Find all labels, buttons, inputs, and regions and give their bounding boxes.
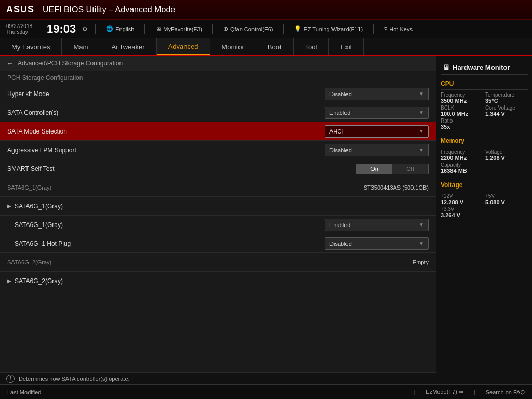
chevron-down-icon: ▼ xyxy=(419,222,424,228)
v33-label: +3.3V xyxy=(441,206,483,212)
smart-self-test-label: SMART Self Test xyxy=(7,165,356,172)
sata-mode-dropdown[interactable]: AHCI ▼ xyxy=(325,125,429,138)
sata6g-1-sub-label: SATA6G_1(Gray) xyxy=(15,221,325,229)
hyper-kit-mode-dropdown[interactable]: Disabled ▼ xyxy=(325,88,429,100)
nav-tabs: My Favorites Main Ai Tweaker Advanced Mo… xyxy=(0,38,532,56)
tab-monitor[interactable]: Monitor xyxy=(210,38,256,55)
eztuning-label: EZ Tuning Wizard(F11) xyxy=(303,26,363,32)
cpu-freq-label: Frequency xyxy=(441,92,483,98)
language-label: English xyxy=(115,26,134,32)
config-list: Hyper kit Mode Disabled ▼ SATA Controlle… xyxy=(0,85,436,372)
tab-aitweaker[interactable]: Ai Tweaker xyxy=(100,38,157,55)
hyper-kit-mode-row: Hyper kit Mode Disabled ▼ xyxy=(0,85,436,103)
sata6g-2-expand-row[interactable]: ▶ SATA6G_2(Gray) xyxy=(0,272,436,290)
mem-freq-label: Frequency xyxy=(441,149,483,155)
cpu-bclk-value: 100.0 MHz xyxy=(441,111,483,117)
cpu-corev-label: Core Voltage xyxy=(485,105,528,111)
toggle-off-option[interactable]: Off xyxy=(392,164,428,174)
sata-mode-row[interactable]: SATA Mode Selection AHCI ▼ xyxy=(0,122,436,141)
toggle-on-option[interactable]: On xyxy=(356,164,392,174)
sata6g-1-expand-row[interactable]: ▶ SATA6G_1(Gray) xyxy=(0,197,436,216)
cpu-ratio-value: 35x xyxy=(441,124,483,130)
sata6g-2-info-value: Empty xyxy=(413,259,429,265)
monitor-icon: 🖥 xyxy=(443,63,449,71)
back-button[interactable]: ← xyxy=(6,59,14,68)
cpu-temp-value: 35°C xyxy=(485,98,528,104)
cpu-corev-value: 1.344 V xyxy=(485,111,528,117)
search-faq-button[interactable]: Search on FAQ xyxy=(486,389,525,395)
chevron-down-icon: ▼ xyxy=(419,128,424,134)
memory-section-title: Memory xyxy=(441,135,528,147)
language-selector[interactable]: 🌐 English xyxy=(103,24,137,33)
sata6g-1-info-row: SATA6G_1(Gray) ST3500413AS (500.1GB) xyxy=(0,178,436,197)
sata-controllers-label: SATA Controller(s) xyxy=(7,109,325,116)
chevron-down-icon: ▼ xyxy=(419,241,424,246)
sata6g-1-info-label: SATA6G_1(Gray) xyxy=(7,184,364,191)
memory-grid: Frequency 2200 MHz Voltage 1.208 V Capac… xyxy=(441,149,528,174)
voltage-section-title: Voltage xyxy=(441,179,528,191)
sata6g-1-hotplug-dropdown[interactable]: Disabled ▼ xyxy=(325,237,429,250)
sata-mode-label: SATA Mode Selection xyxy=(7,128,325,135)
qfan-icon: ⊕ xyxy=(223,25,228,32)
sata6g-1-info-value: ST3500413AS (500.1GB) xyxy=(364,184,429,191)
settings-gear-icon[interactable]: ⚙ xyxy=(82,25,88,33)
sata-controllers-dropdown[interactable]: Enabled ▼ xyxy=(325,107,429,119)
expand-arrow-icon: ▶ xyxy=(7,203,11,209)
sata6g-1-sub-row: SATA6G_1(Gray) Enabled ▼ xyxy=(0,216,436,234)
chevron-down-icon: ▼ xyxy=(419,91,424,97)
cpu-temp-label: Temperature xyxy=(485,92,528,98)
tab-tool[interactable]: Tool xyxy=(294,38,329,55)
breadcrumb: ← Advanced\PCH Storage Configuration xyxy=(0,56,436,71)
hyper-kit-mode-label: Hyper kit Mode xyxy=(7,90,325,98)
divider xyxy=(144,24,145,34)
v5-value: 5.080 V xyxy=(485,199,528,205)
v12-value: 12.288 V xyxy=(441,199,483,205)
tab-main[interactable]: Main xyxy=(62,38,100,55)
qfan-button[interactable]: ⊕ Qfan Control(F6) xyxy=(220,24,276,33)
hotkeys-button[interactable]: ? Hot Keys xyxy=(381,25,416,33)
header: ASUS UEFI BIOS Utility – Advanced Mode xyxy=(0,0,532,20)
topbar: 09/27/2018 Thursday 19:03 ⚙ 🌐 English 🖥 … xyxy=(0,20,532,38)
eztuning-button[interactable]: 💡 EZ Tuning Wizard(F11) xyxy=(291,24,366,33)
tab-boot[interactable]: Boot xyxy=(256,38,294,55)
divider xyxy=(95,24,96,34)
divider xyxy=(212,24,213,34)
divider xyxy=(283,24,284,34)
smart-self-test-toggle[interactable]: On Off xyxy=(356,164,429,174)
globe-icon: 🌐 xyxy=(106,25,113,32)
sata6g-1-sub-dropdown[interactable]: Enabled ▼ xyxy=(325,219,429,231)
status-text: Determines how SATA controller(s) operat… xyxy=(19,376,130,382)
status-bar: i Determines how SATA controller(s) oper… xyxy=(0,372,436,384)
v12-label: +12V xyxy=(441,193,483,199)
smart-self-test-row: SMART Self Test On Off xyxy=(0,159,436,178)
eztuning-icon: 💡 xyxy=(294,25,301,32)
footer-right: | EzMode(F7) ⇒ | Search on FAQ xyxy=(414,389,525,395)
mem-capacity-label: Capacity xyxy=(441,162,528,168)
sata6g-2-info-label: SATA6G_2(Gray) xyxy=(7,259,413,265)
main-layout: ← Advanced\PCH Storage Configuration PCH… xyxy=(0,56,532,384)
bios-title: UEFI BIOS Utility – Advanced Mode xyxy=(43,5,175,15)
hw-monitor-title: 🖥 Hardware Monitor xyxy=(441,60,528,75)
tab-advanced[interactable]: Advanced xyxy=(157,38,210,55)
hardware-monitor-sidebar: 🖥 Hardware Monitor CPU Frequency 3500 MH… xyxy=(436,56,532,384)
info-icon: i xyxy=(6,375,15,383)
hotkeys-label: Hot Keys xyxy=(389,26,413,32)
myfavorite-button[interactable]: 🖥 MyFavorite(F3) xyxy=(152,25,205,33)
hotkeys-icon: ? xyxy=(384,26,387,32)
ezmode-arrow-icon: ⇒ xyxy=(459,389,463,395)
sata6g-2-expand-label: SATA6G_2(Gray) xyxy=(15,277,429,285)
tab-exit[interactable]: Exit xyxy=(329,38,364,55)
qfan-label: Qfan Control(F6) xyxy=(230,26,273,32)
mem-freq-value: 2200 MHz xyxy=(441,155,483,161)
myfavorite-label: MyFavorite(F3) xyxy=(163,26,202,32)
voltage-section: Voltage +12V 12.288 V +5V 5.080 V +3.3V … xyxy=(441,179,528,218)
last-modified-label: Last Modified xyxy=(7,389,41,395)
sata6g-1-expand-label: SATA6G_1(Gray) xyxy=(15,203,429,210)
ezmode-button[interactable]: EzMode(F7) ⇒ xyxy=(425,389,463,395)
tab-myfavorites[interactable]: My Favorites xyxy=(0,38,62,55)
cpu-ratio-label: Ratio xyxy=(441,118,483,124)
mem-voltage-label: Voltage xyxy=(485,149,528,155)
voltage-grid: +12V 12.288 V +5V 5.080 V +3.3V 3.264 V xyxy=(441,193,528,218)
cpu-section: CPU Frequency 3500 MHz Temperature 35°C … xyxy=(441,78,528,130)
aggressive-lpm-dropdown[interactable]: Disabled ▼ xyxy=(325,144,429,156)
